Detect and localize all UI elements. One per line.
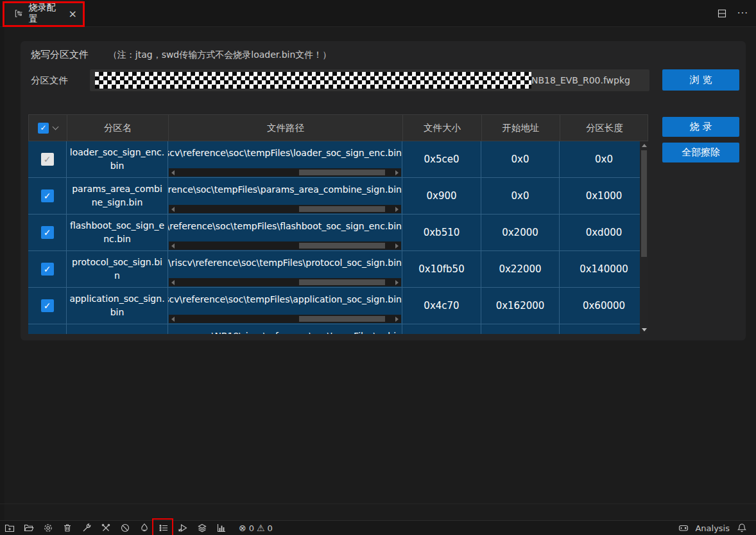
vertical-scroll-thumb[interactable] xyxy=(641,150,647,257)
burn-icon[interactable] xyxy=(139,523,150,534)
burn-config-icon xyxy=(14,8,24,19)
partition-name-cell: loader_soc_sign_enc.bin xyxy=(67,141,168,177)
file-path-cell: B18\riscv\reference\soc\tempFiles\applic… xyxy=(168,288,402,324)
file-size-cell: 0x900 xyxy=(402,178,481,214)
scroll-left-icon[interactable] xyxy=(171,317,175,322)
controller-icon[interactable] xyxy=(678,523,689,534)
row-checkbox[interactable]: ✓ xyxy=(41,263,54,276)
row-checkbox[interactable]: ✓ xyxy=(41,153,54,166)
section-header: 烧写分区文件 （注：jtag，swd传输方式不会烧录loader.bin文件！） xyxy=(31,49,331,61)
partition-length-cell: 0x0 xyxy=(560,141,648,177)
status-bar-right: Analysis xyxy=(678,523,756,534)
burn-config-panel: 烧写分区文件 （注：jtag，swd传输方式不会烧录loader.bin文件！）… xyxy=(21,41,746,340)
header-partition-length: 分区长度 xyxy=(560,115,649,141)
table-body: ✓ loader_soc_sign_enc.bin B18\riscv\refe… xyxy=(28,141,648,334)
errors-icon: ⊗ xyxy=(239,523,246,533)
row-checkbox-cell: ✓ xyxy=(28,141,67,177)
header-partition-name: 分区名 xyxy=(67,115,169,141)
browse-button[interactable]: 浏 览 xyxy=(662,69,739,91)
partition-name-cell: flashboot_soc_sign_enc.bin xyxy=(67,215,168,250)
delete-icon[interactable] xyxy=(62,523,73,534)
scroll-right-icon[interactable] xyxy=(395,243,399,249)
scroll-left-icon[interactable] xyxy=(171,243,175,249)
split-editor-icon[interactable] xyxy=(717,8,727,19)
tools-icon[interactable] xyxy=(100,523,111,534)
scroll-right-icon[interactable] xyxy=(395,317,399,322)
burn-list-icon[interactable] xyxy=(158,523,169,534)
status-bar: ⊗ 0 ⚠ 0 Analysis xyxy=(0,520,756,535)
file-path-cell: cv\reference\soc\tempFiles\params_area_c… xyxy=(168,178,402,214)
tab-burn-config[interactable]: 烧录配置 × xyxy=(5,0,83,27)
partition-length-cell xyxy=(560,324,648,334)
file-path-text: \NB18\riscv\reference\soc\tempFiles\....… xyxy=(168,324,402,334)
path-horizontal-scrollbar[interactable] xyxy=(169,315,401,323)
run-icon[interactable] xyxy=(177,523,188,534)
scroll-right-icon[interactable] xyxy=(395,280,399,285)
start-address-cell xyxy=(481,324,560,334)
horizontal-scroll-thumb[interactable] xyxy=(299,170,385,175)
horizontal-scroll-thumb[interactable] xyxy=(299,243,385,249)
table-vertical-scrollbar[interactable] xyxy=(640,141,648,334)
scroll-right-icon[interactable] xyxy=(395,207,399,212)
select-all-checkbox[interactable]: ✓ xyxy=(38,123,49,134)
scroll-left-icon[interactable] xyxy=(171,170,175,175)
new-project-icon[interactable] xyxy=(4,523,15,534)
horizontal-scroll-thumb[interactable] xyxy=(299,206,385,212)
row-checkbox[interactable]: ✓ xyxy=(41,299,54,312)
settings-icon[interactable] xyxy=(42,523,53,534)
erase-all-button[interactable]: 全部擦除 xyxy=(662,143,739,162)
scroll-left-icon[interactable] xyxy=(171,280,175,285)
row-checkbox[interactable]: ✓ xyxy=(41,226,54,239)
header-start-address: 开始地址 xyxy=(482,115,560,141)
start-address-cell: 0x0 xyxy=(481,141,560,177)
bell-icon[interactable] xyxy=(736,523,747,534)
more-actions-icon[interactable]: ··· xyxy=(737,8,748,19)
open-folder-icon[interactable] xyxy=(23,523,34,534)
file-size-cell: 0xb510 xyxy=(402,215,481,250)
partition-name-cell: params_area_combine_sign.bin xyxy=(67,178,168,214)
partition-file-value: NB18_EVB_R00.fwpkg xyxy=(531,75,630,85)
horizontal-scroll-thumb[interactable] xyxy=(299,316,385,322)
partition-file-label: 分区文件 xyxy=(31,75,68,87)
table-row: ✓ protocol_soc_sign.bin \NB18\riscv\refe… xyxy=(28,251,648,288)
path-horizontal-scrollbar[interactable] xyxy=(169,205,401,213)
path-horizontal-scrollbar[interactable] xyxy=(169,241,401,250)
table-row: ✓ application_soc_sign.bin B18\riscv\ref… xyxy=(28,288,648,324)
app-window: 烧录配置 × ··· 烧写分区文件 （注：jtag，swd传输方式不会烧录loa… xyxy=(0,0,756,535)
partition-name-cell: protocol_soc_sign.bin xyxy=(67,251,168,287)
row-checkbox-cell: ✓ xyxy=(28,178,67,214)
scroll-right-icon[interactable] xyxy=(395,170,399,175)
problems-indicator[interactable]: ⊗ 0 ⚠ 0 xyxy=(239,523,273,533)
wrench-icon[interactable] xyxy=(81,523,92,534)
file-path-text: B18\riscv\reference\soc\tempFiles\applic… xyxy=(168,288,402,307)
disable-icon[interactable] xyxy=(119,523,130,534)
chevron-down-icon[interactable] xyxy=(53,124,59,130)
header-file-path: 文件路径 xyxy=(169,115,403,141)
partition-name-cell xyxy=(67,324,168,334)
path-horizontal-scrollbar[interactable] xyxy=(169,168,401,177)
analysis-label[interactable]: Analysis xyxy=(695,523,730,533)
file-path-text: cv\reference\soc\tempFiles\params_area_c… xyxy=(168,178,402,197)
tab-close-icon[interactable]: × xyxy=(69,8,77,20)
scroll-up-icon[interactable] xyxy=(642,144,647,147)
burn-button[interactable]: 烧 录 xyxy=(662,117,739,137)
row-checkbox-cell: ✓ xyxy=(28,324,67,334)
chart-icon[interactable] xyxy=(216,523,227,534)
partition-length-cell: 0x60000 xyxy=(560,288,648,324)
file-size-cell xyxy=(402,324,481,334)
path-horizontal-scrollbar[interactable] xyxy=(169,278,401,286)
file-path-text: 8\riscv\reference\soc\tempFiles\flashboo… xyxy=(168,215,402,234)
sidebar-edge xyxy=(0,27,4,520)
start-address-cell: 0x2000 xyxy=(481,215,560,250)
stack-icon[interactable] xyxy=(196,523,207,534)
scroll-down-icon[interactable] xyxy=(642,328,647,331)
row-checkbox[interactable]: ✓ xyxy=(41,189,54,202)
scroll-left-icon[interactable] xyxy=(171,207,175,212)
partition-file-input[interactable]: NB18_EVB_R00.fwpkg xyxy=(90,69,649,91)
start-address-cell: 0x0 xyxy=(481,178,560,214)
row-checkbox-cell: ✓ xyxy=(28,288,67,324)
horizontal-scroll-thumb[interactable] xyxy=(299,279,385,285)
partition-length-cell: 0xd000 xyxy=(560,215,648,250)
table-row: ✓ flashboot_soc_sign_enc.bin 8\riscv\ref… xyxy=(28,215,648,251)
table-row: ✓ \NB18\riscv\reference\soc\tempFiles\..… xyxy=(28,324,648,334)
